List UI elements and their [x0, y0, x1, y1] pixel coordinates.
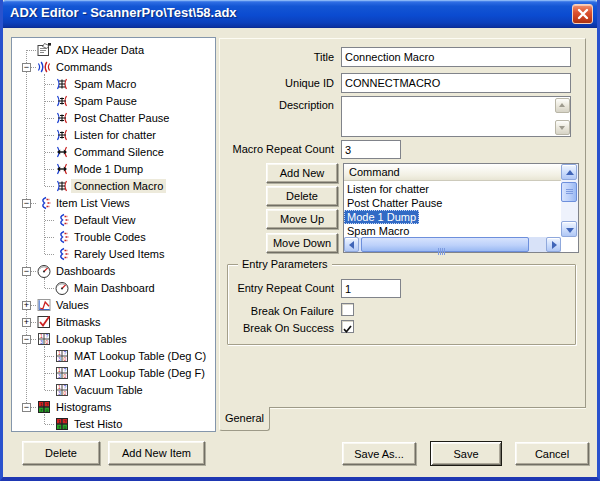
tree-item[interactable]: − 1?30 Lookup Tables [12, 331, 215, 348]
tree-item[interactable]: Mode 1 Dump [12, 161, 215, 178]
tree-item[interactable]: + Values [12, 297, 215, 314]
tree-item[interactable]: 1?30 Vacuum Table [12, 382, 215, 399]
tree-item[interactable]: Command Silence [12, 144, 215, 161]
tree-item[interactable]: 1?30 MAT Lookup Table (Deg C) [12, 348, 215, 365]
adx-editor-window: ADX Editor - ScannerPro\Test\58.adx ADX … [0, 0, 600, 481]
tree-expander-minus[interactable]: − [22, 199, 31, 208]
unique-id-label: Unique ID [220, 77, 334, 89]
svg-text:3: 3 [58, 356, 61, 362]
svg-text:3: 3 [58, 373, 61, 379]
delete-entry-button[interactable]: Delete [266, 186, 338, 206]
tree-expander-minus[interactable]: − [22, 335, 31, 344]
vertical-scroll-thumb[interactable] [561, 182, 577, 202]
item-tree[interactable]: ADX Header Data − Commands Spam Macro Sp… [11, 37, 216, 432]
svg-text:0: 0 [64, 373, 67, 379]
break-on-success-checkbox[interactable] [341, 320, 354, 333]
pause-wave-icon [54, 110, 70, 126]
check-icon [342, 324, 353, 335]
tab-general[interactable]: General [219, 408, 270, 431]
tree-expander-minus[interactable]: − [22, 63, 31, 72]
tree-item[interactable]: Trouble Codes [12, 229, 215, 246]
command-list[interactable]: Command Listen for chatterPost Chatter P… [343, 163, 579, 253]
titlebar[interactable]: ADX Editor - ScannerPro\Test\58.adx [0, 0, 600, 28]
close-button[interactable] [572, 4, 593, 24]
scroll-left-button[interactable] [344, 237, 359, 252]
arrow-down-icon [566, 228, 574, 233]
tree-item[interactable]: − Item List Views [12, 195, 215, 212]
command-row[interactable]: Spam Macro [344, 224, 561, 238]
tab-strip-line [269, 407, 586, 408]
command-row[interactable]: Mode 1 Dump [344, 210, 561, 224]
command-column-header[interactable]: Command [344, 164, 561, 181]
scroll-up-button[interactable] [561, 164, 577, 180]
description-field[interactable] [341, 96, 571, 137]
delete-item-button[interactable]: Delete [22, 441, 100, 465]
histogram-icon: 1?70 [36, 399, 52, 415]
horizontal-scroll-thumb[interactable] [361, 237, 529, 252]
move-down-button[interactable]: Move Down [266, 233, 338, 253]
tree-item[interactable]: Spam Macro [12, 76, 215, 93]
tree-item[interactable]: Rarely Used Items [12, 246, 215, 263]
tree-item[interactable]: Main Dashboard [12, 280, 215, 297]
unique-id-input[interactable] [341, 73, 571, 93]
lookup-icon: 1?30 [54, 348, 70, 364]
macro-repeat-input[interactable] [341, 140, 401, 159]
command-row[interactable]: Post Chatter Pause [344, 196, 561, 210]
histogram-icon: 1?70 [54, 416, 70, 432]
break-on-success-label: Break On Success [220, 322, 334, 334]
break-on-failure-checkbox[interactable] [341, 303, 354, 316]
tree-expander-minus[interactable]: − [22, 403, 31, 412]
tree-item[interactable]: − 1?70 Histograms [12, 399, 215, 416]
break-on-failure-label: Break On Failure [220, 305, 334, 317]
description-scroll-down-button[interactable] [555, 120, 570, 135]
description-label: Description [220, 99, 334, 111]
scroll-down-button[interactable] [561, 221, 577, 237]
svg-text:3: 3 [40, 339, 43, 345]
title-input[interactable] [341, 47, 571, 67]
tree-item[interactable]: − Dashboards [12, 263, 215, 280]
values-icon [36, 297, 52, 313]
command-row[interactable]: Listen for chatter [344, 182, 561, 196]
tree-item[interactable]: Default View [12, 212, 215, 229]
entry-repeat-input[interactable] [341, 279, 401, 298]
add-new-item-button[interactable]: Add New Item [108, 441, 205, 465]
tree-item[interactable]: Listen for chatter [12, 127, 215, 144]
command-list-vertical-scrollbar[interactable] [561, 164, 578, 237]
pause-wave-icon [54, 93, 70, 109]
waves-icon [36, 59, 52, 75]
listview-icon [54, 229, 70, 245]
tree-item[interactable]: 1?70 Test Histo [12, 416, 215, 432]
tree-item[interactable]: Connection Macro [12, 178, 215, 195]
tree-expander-minus[interactable]: − [22, 267, 31, 276]
add-new-button[interactable]: Add New [266, 163, 338, 183]
tree-item[interactable]: + Bitmasks [12, 314, 215, 331]
command-list-horizontal-scrollbar[interactable] [344, 237, 561, 252]
tree-item[interactable]: ADX Header Data [12, 42, 215, 59]
lookup-icon: 1?30 [54, 365, 70, 381]
save-as-button[interactable]: Save As... [342, 442, 416, 465]
command-wave-icon [54, 161, 70, 177]
header-data-icon [36, 42, 52, 58]
title-label: Title [220, 51, 334, 63]
arrow-left-icon [349, 241, 354, 249]
svg-text:0: 0 [64, 356, 67, 362]
listview-icon [54, 246, 70, 262]
description-scroll-up-button[interactable] [555, 98, 570, 113]
description-input[interactable] [341, 96, 571, 137]
move-up-button[interactable]: Move Up [266, 209, 338, 229]
dashboard-icon [36, 263, 52, 279]
tree-expander-plus[interactable]: + [22, 318, 31, 327]
svg-text:3: 3 [58, 390, 61, 396]
tree-item[interactable]: Spam Pause [12, 93, 215, 110]
tab-page-general: Title Unique ID Description Macro Repeat… [219, 38, 586, 408]
tree-item[interactable]: 1?30 MAT Lookup Table (Deg F) [12, 365, 215, 382]
tree-expander-plus[interactable]: + [22, 301, 31, 310]
listview-icon [54, 212, 70, 228]
tree-item[interactable]: − Commands [12, 59, 215, 76]
macro-repeat-label: Macro Repeat Count [220, 143, 334, 155]
cancel-button[interactable]: Cancel [515, 442, 589, 465]
tree-item[interactable]: Post Chatter Pause [12, 110, 215, 127]
listview-icon [36, 195, 52, 211]
save-button[interactable]: Save [430, 441, 502, 466]
scroll-right-button[interactable] [546, 237, 561, 252]
